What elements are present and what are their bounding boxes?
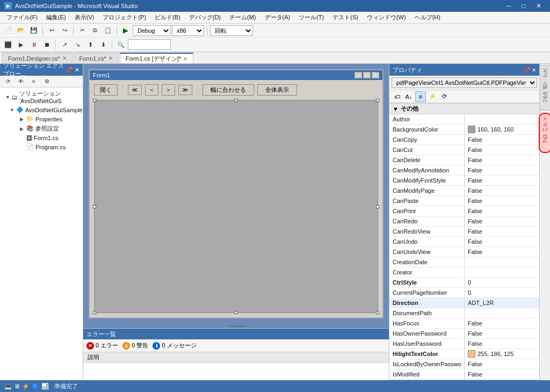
prop-value-hasuserpasswd[interactable]: False [465,339,539,349]
menu-project[interactable]: プロジェクト(P) [98,12,150,23]
menu-tools[interactable]: ツール(T) [294,12,328,23]
tree-references[interactable]: ▶ 📚 参照設定 [1,124,82,134]
tab-designer-cs-close[interactable]: ✕ [62,55,67,61]
prop-value-hasownerpasswd[interactable]: False [465,329,539,338]
tb-r4-btn[interactable]: ⏹ [41,39,53,50]
prev-page-button[interactable]: ＜ [145,84,158,96]
props-alpha-btn[interactable]: A↓ [403,91,414,102]
tb-open-btn[interactable]: 📂 [15,25,27,37]
tree-project[interactable]: ▼ 🔷 AvsDotNetGuiSample [1,105,82,114]
panel-pin-icon[interactable]: 📌 [66,67,73,74]
tab-design-close[interactable]: ✕ [183,56,187,62]
handle-tr[interactable] [376,99,379,102]
show-all-button[interactable]: 全体表示 [257,84,297,96]
prop-value-canmodifyanno[interactable]: False [465,165,539,175]
resize-handle[interactable] [83,324,389,328]
tb-r2-btn[interactable]: ▶ [15,39,27,50]
tab-form1-cs[interactable]: Form1.cs* ✕ [74,53,119,63]
menu-file[interactable]: ファイル(F) [2,12,42,23]
tb-paste-btn[interactable]: 📋 [102,25,114,37]
tree-form1[interactable]: 🖼 Form1.cs [1,134,82,142]
info-badge[interactable]: ℹ 0 メッセージ [153,342,196,350]
handle-mr[interactable] [376,205,379,208]
menu-build[interactable]: ビルド(B) [150,12,185,23]
prop-value-candelete[interactable]: False [465,155,539,165]
close-button[interactable]: ✕ [532,1,546,11]
prop-value-ismodified[interactable]: False [465,369,539,379]
prop-value-hasfocus[interactable]: False [465,318,539,328]
menu-debug[interactable]: デバッグ(D) [185,12,225,23]
prop-value-docpath[interactable] [465,308,539,318]
props-pin-icon[interactable]: 📌 [524,67,530,73]
maximize-button[interactable]: □ [517,1,531,11]
panel-close-icon[interactable]: ✕ [75,67,79,74]
tb-r3-btn[interactable]: ⏸ [28,39,40,50]
props-cat-btn[interactable]: 🏷 [392,91,402,102]
prop-value-canredo[interactable]: False [465,216,539,226]
error-badge[interactable]: ✕ 0 エラー [86,342,118,350]
props-prop-btn[interactable]: ≡ [415,91,426,102]
fit-width-button[interactable]: 幅に合わせる [202,84,254,96]
tb-r8-btn[interactable]: ⬇ [97,39,109,50]
handle-ml[interactable] [93,205,96,208]
handle-bl[interactable] [93,311,96,314]
prop-value-currentpage[interactable]: 0 [465,288,539,297]
open-button[interactable]: 開く [94,84,118,96]
prop-value-canmodifyfont[interactable]: False [465,176,539,185]
handle-tl[interactable] [93,99,96,102]
form-max-btn[interactable]: □ [363,72,371,78]
menu-data[interactable]: データ(A) [260,12,295,23]
menu-window[interactable]: ウィンドウ(W) [363,12,410,23]
form-min-btn[interactable]: ─ [354,72,362,78]
prop-value-bgcolor[interactable]: 160, 160, 160 [465,125,539,134]
minimize-button[interactable]: ─ [502,1,516,11]
tb-copy-btn[interactable]: ⧉ [89,25,101,37]
prop-value-canundoview[interactable]: False [465,247,539,257]
tree-properties[interactable]: ▶ 📁 Properties [1,114,82,124]
tb-r6-btn[interactable]: ↘ [71,39,83,50]
props-control-combo[interactable]: pdfPageViewCtrl1 AvsDotNetGuiCtl.PDFPage… [392,77,537,88]
next-page-button[interactable]: ＞ [162,84,175,96]
run-target-combo[interactable]: 回転 [210,25,253,36]
platform-combo[interactable]: x86 x64 [172,25,204,36]
sol-prop-btn[interactable]: ⚙ [41,76,53,88]
prop-value-creationdate[interactable] [465,257,539,267]
props-close-icon[interactable]: ✕ [532,67,536,73]
tb-r1-btn[interactable]: ⬛ [2,39,14,50]
first-page-button[interactable]: ≪ [128,85,142,95]
prop-value-cancut[interactable]: False [465,145,539,155]
prop-value-direction[interactable]: ADT_L2R [465,298,539,308]
prop-value-creator[interactable] [465,267,539,277]
warn-badge[interactable]: ⚠ 0 警告 [122,342,148,350]
tb-r5-btn[interactable]: ↗ [59,39,70,50]
menu-team[interactable]: チーム(M) [225,12,260,23]
prop-value-author[interactable] [465,114,539,124]
tab-form1-cs-close[interactable]: ✕ [108,55,113,61]
prop-value-islockedowner[interactable]: False [465,359,539,369]
props-category-expand[interactable]: ▼ [393,106,399,112]
sidebar-tab-properties[interactable]: プロパティ [539,113,551,153]
last-page-button[interactable]: ≫ [178,85,192,95]
handle-bc[interactable] [235,311,238,314]
tb-new-btn[interactable]: 📄 [2,25,14,37]
props-event-btn[interactable]: ⚡ [427,91,438,102]
prop-value-canredoview[interactable]: False [465,227,539,236]
tb-cut-btn[interactable]: ✂ [76,25,88,37]
menu-help[interactable]: ヘルプ(H) [410,12,445,23]
form-close-btn[interactable]: ✕ [372,72,379,78]
props-refresh-btn[interactable]: ⟳ [439,91,450,102]
handle-tc[interactable] [235,99,238,102]
sol-filter-btn[interactable]: ≡ [28,76,40,88]
tb-r7-btn[interactable]: ⬆ [84,39,96,50]
search-input[interactable] [128,39,171,50]
handle-br[interactable] [376,311,379,314]
prop-value-canprint[interactable]: False [465,206,539,216]
prop-value-canundo[interactable]: False [465,237,539,246]
sol-show-btn[interactable]: 👁 [15,76,27,88]
tb-redo-btn[interactable]: ↪ [59,25,70,37]
prop-value-ctrlstyle[interactable]: 0 [465,278,539,287]
window-controls[interactable]: ─ □ ✕ [502,1,546,11]
prop-value-canmodifypage[interactable]: False [465,186,539,195]
tree-program[interactable]: 📄 Program.cs [1,142,82,151]
sol-sync-btn[interactable]: ⟳ [2,76,14,88]
